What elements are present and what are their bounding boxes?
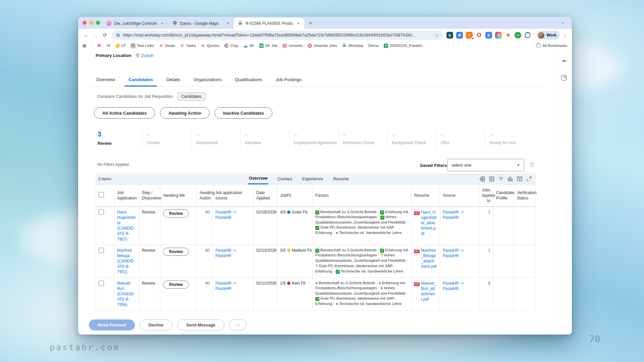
browser-menu-icon[interactable] [561, 33, 569, 38]
view-tab-resume[interactable]: Resume [332, 173, 350, 184]
close-tab-icon[interactable] [225, 21, 230, 26]
bookmark-all-bookmarks[interactable]: All Bookmarks [534, 43, 568, 48]
apps-grid-icon[interactable] [82, 44, 87, 48]
source-link[interactable]: PastaHR -> PastaHR [443, 248, 464, 258]
tab-details[interactable]: Details [166, 74, 181, 87]
col-awaiting-action[interactable]: Awaiting Action [197, 185, 213, 207]
bookmark-gmail[interactable]: M [97, 44, 101, 48]
bookmark-clay[interactable]: CClay [224, 44, 238, 48]
extension-e-icon[interactable]: E [485, 32, 492, 39]
col-awaiting-me[interactable]: Awaiting Me [160, 185, 197, 207]
col-jobfit[interactable]: JobFit [277, 185, 313, 207]
bookmark-umantis-jobs[interactable]: Umantis Jobs [308, 44, 337, 48]
close-tab-icon[interactable] [296, 21, 301, 26]
tab-candidates[interactable]: Candidates [128, 74, 154, 87]
bookmark-umantis[interactable]: Umantis [282, 44, 303, 48]
funnel-stage-reference-check[interactable]: -- Reference Check [338, 129, 387, 148]
layout-split-icon[interactable] [517, 176, 523, 181]
close-tab-icon[interactable] [159, 21, 165, 26]
select-all-checkbox[interactable] [99, 192, 104, 197]
col-date-applied[interactable]: Date Applied [254, 185, 277, 207]
bookmark-tasks[interactable]: Tasks [180, 44, 196, 48]
candidates-chip[interactable]: Candidates [177, 93, 205, 101]
col-job-application-source[interactable]: Job application source [213, 185, 254, 207]
candidate-link[interactable]: Manuel Buri (CANDIDATE-6-7956) [117, 281, 134, 307]
col-candidate-profile[interactable]: Candidate Profile [493, 185, 514, 207]
zoom-window-button[interactable] [96, 21, 100, 25]
export-excel-icon[interactable] [479, 176, 485, 182]
review-button[interactable]: Review [163, 248, 189, 256]
address-bar[interactable]: https://impl.workday.com/ibmsrv_pt1/d/ga… [112, 31, 443, 40]
col-resume[interactable]: Resume [412, 185, 440, 207]
row-checkbox[interactable] [99, 248, 104, 253]
minimize-window-button[interactable] [89, 21, 93, 25]
profile-button[interactable]: Work [537, 31, 560, 40]
resume-link[interactable]: Manfred_Beluga_attachment.pdf [421, 248, 437, 269]
row-checkbox[interactable] [99, 281, 104, 286]
candidate-link[interactable]: Manfred Beluga (CANDIDATE-6-7901) [117, 248, 134, 275]
tab-organizations[interactable]: Organizations [193, 74, 222, 87]
bookmark-lp[interactable]: LP [116, 44, 126, 48]
col-source[interactable]: Source [440, 185, 479, 207]
source-link[interactable]: PastaHR -> PastaHR [443, 281, 464, 291]
notes-icon[interactable] [561, 75, 567, 80]
tab-qualifications[interactable]: Qualifications [234, 74, 263, 87]
bookmark-m[interactable]: M [106, 44, 111, 48]
view-tab-contact[interactable]: Contact [277, 173, 293, 184]
jobs-applied-link[interactable]: 1 [488, 248, 490, 253]
job-application-source-link[interactable]: PastaHR -> PastaHR [215, 210, 236, 220]
bookmark-sheet[interactable]: 20260226_PastaH... [384, 44, 425, 48]
delete-filter-icon[interactable] [529, 162, 535, 168]
collapse-panel-icon[interactable] [561, 57, 569, 64]
awaiting-action-count[interactable]: 40 [205, 281, 210, 286]
browser-tab-1[interactable]: Die, zukünftige Controllerin - [102, 18, 168, 29]
primary-location-link[interactable]: Zurich [141, 53, 153, 58]
view-tab-experience[interactable]: Experience [302, 173, 324, 184]
all-active-candidates-button[interactable]: All Active Candidates [94, 107, 155, 119]
funnel-stage-employment-agreement[interactable]: -- Employment Agreement [289, 129, 338, 148]
bookmark-sf-job[interactable]: QSSF Job [259, 44, 277, 48]
funnel-stage-review[interactable]: 3 Review [93, 129, 142, 148]
close-window-button[interactable] [83, 21, 87, 25]
extension-bot-icon[interactable]: ☺ [515, 32, 521, 39]
job-application-source-link[interactable]: PastaHR -> PastaHR [215, 248, 236, 258]
col-job-application[interactable]: Job Application [114, 185, 139, 207]
inactive-candidates-button[interactable]: Inactive Candidates [215, 107, 272, 119]
saved-filters-select[interactable]: select one [447, 159, 524, 171]
chart-icon[interactable] [507, 176, 513, 181]
col-jobs-applied-to[interactable]: Jobs Applied to [479, 185, 493, 207]
new-tab-button[interactable]: + [306, 19, 315, 27]
resume-link[interactable]: Hans_Hugentobler_attachment.pdf [421, 209, 437, 237]
extension-gear-icon[interactable]: ⚙ [456, 32, 463, 39]
candidate-link[interactable]: Hans Hugentobler (CANDIDATE-6-7957) [117, 210, 136, 242]
bookmark-star-icon[interactable] [435, 33, 439, 38]
extension-c-icon[interactable]: C [495, 32, 502, 39]
extension-starburst-icon[interactable]: ✳ [505, 32, 512, 39]
bookmark-deals[interactable]: Deals [159, 44, 175, 48]
review-button[interactable]: Review [163, 281, 189, 289]
site-info-icon[interactable] [116, 33, 120, 38]
bookmark-quotes[interactable]: Quotes [201, 44, 219, 48]
extension-o-icon[interactable]: O [476, 32, 482, 39]
funnel-stage-interview[interactable]: -- Interview [240, 129, 289, 148]
jobs-applied-link[interactable]: 6 [488, 281, 490, 286]
reload-button[interactable] [100, 31, 110, 40]
bookmark-sf[interactable]: SF [243, 44, 254, 48]
tab-overview[interactable]: Overview [96, 74, 116, 87]
back-button[interactable] [82, 31, 91, 40]
tab-job-postings[interactable]: Job Postings [275, 74, 302, 87]
browser-tab-2[interactable]: Davos - Google Maps [168, 18, 234, 29]
send-message-button[interactable]: Send Message [177, 319, 224, 330]
view-tab-overview[interactable]: Overview [248, 173, 268, 184]
col-factors[interactable]: Factors [313, 185, 412, 207]
extension-b-icon[interactable]: b [446, 32, 453, 39]
awaiting-action-count[interactable]: 40 [205, 248, 210, 253]
bookmark-demo[interactable]: Demo [368, 44, 379, 48]
grid-view-icon[interactable] [489, 176, 494, 182]
col-step-disposition[interactable]: Step / Disposition [139, 185, 160, 207]
browser-tab-3-active[interactable]: R-02366 PLANSEE Produktio [234, 18, 304, 29]
funnel-stage-offer[interactable]: -- Offer [436, 129, 485, 148]
resume-link[interactable]: Manuel_Buri_attachment.pdf [421, 281, 437, 302]
funnel-stage-assessment[interactable]: -- Assessment [191, 129, 240, 148]
awaiting-action-button[interactable]: Awaiting Action [160, 107, 210, 119]
